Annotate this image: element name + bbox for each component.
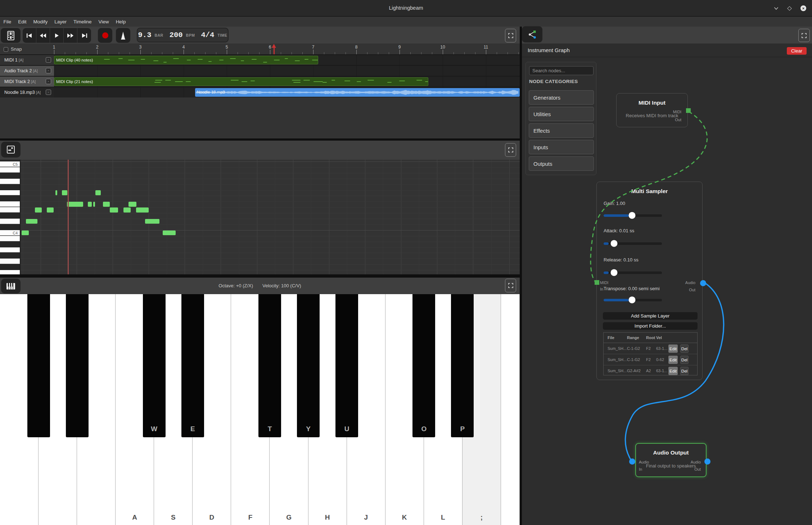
piano-roll-playhead[interactable] bbox=[68, 160, 69, 274]
keyboard-expand-button[interactable] bbox=[505, 279, 516, 292]
menu-modify[interactable]: Modify bbox=[30, 19, 51, 24]
piano-roll-key-white[interactable] bbox=[0, 207, 20, 213]
bar-line bbox=[486, 77, 486, 87]
track-label[interactable]: MIDI Track 2 [A]- bbox=[0, 77, 54, 87]
piano-roll-key-white[interactable] bbox=[0, 219, 20, 224]
white-key-letter: K bbox=[385, 513, 424, 521]
piano-roll-expand-button[interactable] bbox=[505, 143, 516, 157]
black-key[interactable]: Y bbox=[297, 294, 320, 437]
audio-clip[interactable]: Noodle 18.mp3 bbox=[195, 88, 520, 97]
midi-out-port[interactable] bbox=[686, 108, 691, 113]
track-lane[interactable]: MIDI Clip (21 notes) bbox=[54, 77, 520, 87]
black-key[interactable]: E bbox=[181, 294, 204, 437]
midi-note[interactable] bbox=[103, 202, 110, 207]
track-lane[interactable]: MIDI Clip (40 notes) bbox=[54, 55, 520, 65]
piano-roll-key-white[interactable] bbox=[0, 201, 20, 207]
midi-note[interactable] bbox=[128, 202, 136, 207]
grid-vline bbox=[401, 160, 401, 274]
maximize-icon[interactable] bbox=[787, 6, 792, 11]
black-key[interactable]: P bbox=[451, 294, 474, 437]
rewind-button[interactable] bbox=[36, 28, 50, 43]
menu-file[interactable]: File bbox=[0, 19, 15, 24]
clear-button[interactable]: Clear bbox=[787, 47, 807, 55]
piano-roll-grid[interactable]: C5C4 bbox=[0, 160, 520, 274]
track-minus-button[interactable]: - bbox=[46, 79, 51, 84]
midi-clip[interactable]: MIDI Clip (40 notes) bbox=[54, 56, 318, 65]
midi-note[interactable] bbox=[55, 190, 57, 195]
midi-note[interactable] bbox=[123, 207, 131, 213]
midi-in-port[interactable] bbox=[595, 280, 599, 285]
midi-note[interactable] bbox=[22, 230, 29, 236]
piano-roll-key-white[interactable]: C4 bbox=[0, 230, 20, 236]
midi-note[interactable] bbox=[145, 219, 159, 224]
black-key[interactable]: T bbox=[258, 294, 281, 437]
piano-roll-key-white[interactable] bbox=[0, 236, 20, 241]
piano-roll-key-white[interactable] bbox=[0, 259, 20, 264]
piano-roll-key-white[interactable] bbox=[0, 247, 20, 253]
piano-roll-key-white[interactable] bbox=[0, 167, 20, 173]
piano-roll-key-white[interactable] bbox=[0, 179, 20, 184]
track-label[interactable]: Audio Track 2 [A]- bbox=[0, 66, 54, 76]
black-key[interactable]: U bbox=[335, 294, 358, 437]
track-minus-button[interactable]: - bbox=[46, 90, 51, 95]
graph-expand-button[interactable] bbox=[798, 29, 810, 42]
track-lane[interactable]: Noodle 18.mp3 bbox=[54, 87, 520, 97]
close-icon[interactable]: × bbox=[800, 5, 806, 11]
track-label[interactable]: MIDI 1 [A]- bbox=[0, 55, 54, 65]
timeline-empty-area[interactable] bbox=[0, 97, 520, 138]
piano-roll-key-white[interactable] bbox=[0, 270, 20, 274]
record-button[interactable] bbox=[98, 28, 112, 43]
menu-layer[interactable]: Layer bbox=[51, 19, 70, 24]
play-button[interactable] bbox=[50, 28, 64, 43]
midi-note[interactable] bbox=[67, 202, 83, 207]
audio-in-port[interactable] bbox=[629, 458, 635, 465]
midi-note[interactable] bbox=[163, 230, 176, 236]
white-key[interactable] bbox=[501, 294, 520, 525]
grid-vline bbox=[77, 160, 77, 274]
midi-note[interactable] bbox=[26, 219, 37, 224]
graph-mode-button[interactable] bbox=[522, 26, 542, 42]
track-minus-button[interactable]: - bbox=[46, 57, 51, 63]
midi-note[interactable] bbox=[93, 202, 95, 207]
metronome-button[interactable] bbox=[116, 28, 130, 43]
menu-edit[interactable]: Edit bbox=[15, 19, 30, 24]
track-minus-button[interactable]: - bbox=[46, 68, 51, 73]
midi-note[interactable] bbox=[95, 190, 101, 195]
timeline-expand-button[interactable] bbox=[505, 29, 516, 42]
track-label[interactable]: Noodle 18.mp3 [A]- bbox=[0, 87, 54, 97]
menu-help[interactable]: Help bbox=[112, 19, 129, 24]
piano-roll-key-white[interactable] bbox=[0, 190, 20, 196]
piano-roll-mode-button[interactable] bbox=[1, 142, 21, 158]
midi-note[interactable] bbox=[88, 202, 92, 207]
skip-to-start-button[interactable] bbox=[23, 28, 36, 43]
film-roll-button[interactable] bbox=[1, 28, 21, 43]
midi-note[interactable] bbox=[47, 207, 54, 213]
node-graph-canvas[interactable]: Search nodes... NODE CATEGORIES Generato… bbox=[522, 57, 812, 525]
grid-vline bbox=[113, 160, 113, 274]
grid-hline bbox=[21, 201, 520, 202]
midi-note[interactable] bbox=[136, 207, 149, 213]
fast-forward-button[interactable] bbox=[64, 28, 77, 43]
black-key[interactable]: W bbox=[143, 294, 166, 437]
bar-number: 10 bbox=[440, 45, 445, 50]
midi-clip[interactable]: MIDI Clip (21 notes) bbox=[54, 77, 428, 86]
midi-note[interactable] bbox=[62, 190, 67, 195]
audio-out-port[interactable] bbox=[700, 280, 706, 286]
black-key[interactable]: O bbox=[412, 294, 435, 437]
midi-note[interactable] bbox=[110, 207, 118, 213]
black-key[interactable] bbox=[27, 294, 50, 437]
piano-keyboard: ASDFGHJKL;WETYUOP bbox=[0, 294, 520, 525]
midi-note[interactable] bbox=[35, 207, 42, 213]
menu-timeline[interactable]: Timeline bbox=[70, 19, 95, 24]
timeline-ruler[interactable]: Snap 1234567891011 bbox=[0, 44, 520, 54]
menu-view[interactable]: View bbox=[95, 19, 112, 24]
minimize-icon[interactable] bbox=[774, 7, 779, 10]
track-lane[interactable] bbox=[54, 66, 520, 76]
snap-checkbox[interactable] bbox=[4, 47, 8, 52]
clip-note-preview bbox=[141, 59, 145, 60]
tempo-display[interactable]: 9.3 BAR 200 BPM 4/4 TIME bbox=[137, 28, 229, 42]
skip-to-end-button[interactable] bbox=[77, 28, 91, 43]
piano-roll-key-white[interactable]: C5 bbox=[0, 161, 20, 167]
black-key[interactable] bbox=[66, 294, 89, 437]
audio-out-port[interactable] bbox=[704, 458, 710, 465]
